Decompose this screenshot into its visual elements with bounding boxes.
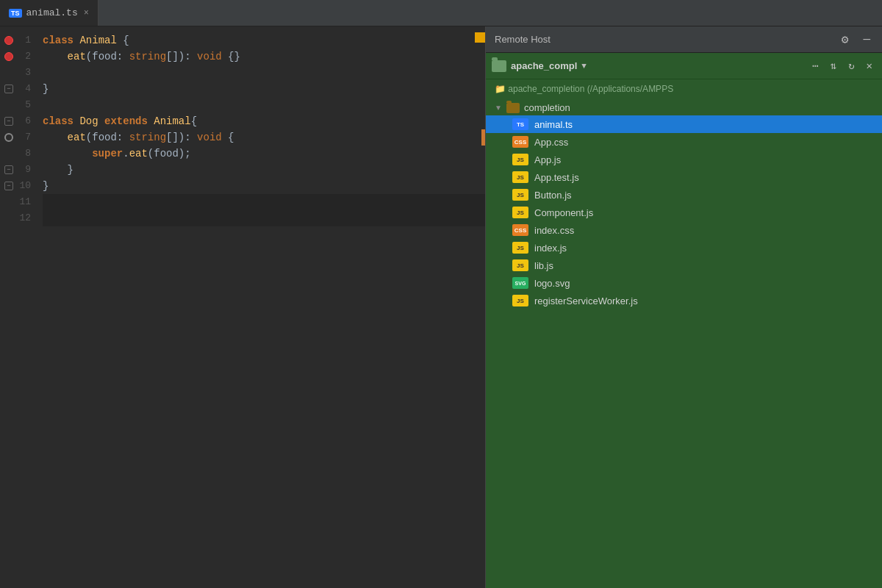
args-8: (food); (148, 146, 191, 162)
file-tree[interactable]: ▼ completion TS animal.ts CSS App.css JS… (486, 98, 882, 588)
file-app-test-js[interactable]: JS App.test.js (486, 168, 882, 186)
gutter-icon-6: − (3, 115, 15, 127)
type-void-2: void (197, 129, 222, 146)
code-line-3 (43, 65, 485, 81)
path-row: 📁 apache_completion (/Applications/AMPPS (486, 79, 882, 98)
gutter-row-9: − 9 (0, 162, 31, 178)
breakpoint-muted-icon[interactable] (4, 133, 13, 142)
code-line-4: } (43, 81, 485, 97)
js-file-badge-2: JS (512, 171, 528, 183)
line-num-2: 2 (18, 49, 31, 65)
classname-animal: Animal (79, 32, 116, 49)
chevron-down-icon: ▼ (495, 104, 502, 112)
code-line-1: class Animal { (43, 32, 485, 49)
file-index-css[interactable]: CSS index.css (486, 221, 882, 239)
tab-animal-ts[interactable]: TS animal.ts × (0, 0, 98, 26)
file-name: registerServiceWorker.js (534, 295, 638, 306)
brackets: []): (166, 49, 197, 65)
fold-icon-9[interactable]: − (4, 165, 13, 174)
line-num-12: 12 (18, 210, 31, 226)
gutter-row-8: 8 (0, 146, 31, 162)
svg-file-badge: SVG (512, 277, 528, 289)
code-content[interactable]: class Animal { eat(food: string[]): void… (37, 26, 485, 588)
code-line-8: super.eat(food); (43, 146, 485, 162)
dot-8: . (123, 146, 129, 162)
keyword-super: super (92, 146, 123, 162)
line-num-1: 1 (18, 32, 31, 49)
code-area: 1 2 3 − 4 (0, 26, 485, 588)
breakpoint-icon-2[interactable] (4, 52, 13, 61)
file-logo-svg[interactable]: SVG logo.svg (486, 274, 882, 292)
file-name: Button.js (534, 190, 572, 201)
code-editor[interactable]: 1 2 3 − 4 (0, 26, 485, 588)
collapse-button[interactable]: ⇅ (827, 57, 840, 74)
file-name: App.test.js (534, 172, 579, 183)
fold-icon-4[interactable]: − (4, 85, 13, 93)
file-component-js[interactable]: JS Component.js (486, 204, 882, 221)
js-file-badge: JS (512, 154, 528, 165)
close-panel-button[interactable]: ✕ (863, 57, 876, 74)
keyword-extends: extends (104, 113, 148, 129)
folder-icon (492, 60, 506, 72)
js-file-badge-3: JS (512, 189, 528, 201)
refresh-button[interactable]: ↻ (845, 57, 858, 74)
file-index-js[interactable]: JS index.js (486, 239, 882, 257)
fold-icon-10[interactable]: − (4, 182, 13, 190)
file-app-js[interactable]: JS App.js (486, 151, 882, 168)
file-name: index.js (534, 243, 567, 254)
file-button-js[interactable]: JS Button.js (486, 186, 882, 204)
line-num-7: 7 (18, 129, 31, 146)
execution-marker (481, 129, 485, 146)
file-lib-js[interactable]: JS lib.js (486, 257, 882, 274)
classname-dog: Dog (79, 113, 98, 129)
gutter-icon-1 (3, 35, 15, 46)
folder-tree-icon (506, 103, 520, 113)
line-num-9: 9 (18, 162, 31, 178)
gutter: 1 2 3 − 4 (0, 26, 37, 588)
file-name: lib.js (534, 260, 553, 271)
type-string: string (129, 49, 166, 65)
fn-eat: eat (68, 49, 86, 65)
paren-7: (food: (86, 129, 129, 146)
code-line-12 (43, 210, 485, 226)
indent-7 (43, 129, 68, 146)
line-num-8: 8 (18, 146, 31, 162)
remote-title: Remote Host (495, 34, 830, 45)
brace-open-7: { (222, 129, 234, 146)
gutter-row-7: 7 (0, 129, 31, 146)
brace-close-10: } (43, 178, 49, 194)
dropdown-arrow-icon[interactable]: ▼ (581, 62, 587, 71)
settings-button[interactable]: ⚙ (839, 31, 852, 49)
line-num-5: 5 (18, 97, 31, 113)
folder-label: completion (524, 102, 570, 113)
file-animal-ts[interactable]: TS animal.ts (486, 115, 882, 133)
css-file-badge: CSS (512, 136, 528, 148)
fold-icon-6[interactable]: − (4, 117, 13, 126)
js-file-badge-7: JS (512, 295, 528, 306)
gutter-icon-3 (3, 67, 15, 79)
brace-close-4: } (43, 81, 49, 97)
file-name: Component.js (534, 207, 593, 218)
remote-header: Remote Host ⚙ — (486, 26, 882, 53)
more-options-button[interactable]: ⋯ (808, 57, 822, 74)
gutter-icon-4: − (3, 83, 15, 95)
method-eat: eat (129, 146, 148, 162)
folder-completion[interactable]: ▼ completion (486, 100, 882, 115)
file-register-service-worker-js[interactable]: JS registerServiceWorker.js (486, 292, 882, 309)
folder-dropdown-label[interactable]: apache_compl (511, 60, 577, 71)
brackets-7: []): (166, 129, 197, 146)
file-app-css[interactable]: CSS App.css (486, 133, 882, 151)
bookmark-marker (475, 32, 485, 43)
fn-eat-2: eat (68, 129, 86, 146)
gutter-row-3: 3 (0, 65, 31, 81)
gutter-icon-10: − (3, 180, 15, 192)
gutter-row-10: − 10 (0, 178, 31, 194)
breakpoint-icon[interactable] (4, 36, 13, 45)
code-line-7: eat(food: string[]): void { (43, 129, 485, 146)
gutter-row-4: − 4 (0, 81, 31, 97)
tab-close-button[interactable]: × (84, 8, 89, 18)
code-line-10: } (43, 178, 485, 194)
minimize-button[interactable]: — (860, 32, 873, 48)
brace-open: { (123, 32, 129, 49)
code-line-6: class Dog extends Animal{ (43, 113, 485, 129)
